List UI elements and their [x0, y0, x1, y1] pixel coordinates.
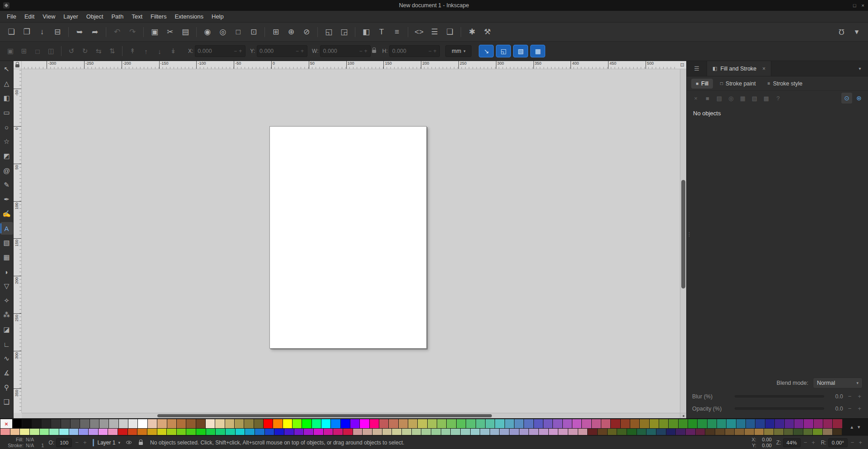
palette-swatch[interactable] — [572, 419, 581, 428]
palette-swatch[interactable] — [717, 419, 726, 428]
palette-scroll-down-button[interactable]: ▾ — [858, 424, 860, 430]
palette-swatch[interactable] — [71, 419, 80, 428]
palette-swatch[interactable] — [500, 429, 509, 435]
fill-rule-nonzero-button[interactable]: ⊛ — [854, 93, 864, 104]
unit-selector[interactable]: mm ▾ — [445, 45, 472, 57]
align-distribute-dialog-button[interactable]: ☰ — [427, 25, 442, 39]
layer-lock-toggle[interactable] — [136, 438, 146, 447]
document-properties-button[interactable]: ❑ — [442, 25, 458, 39]
palette-swatch[interactable] — [646, 429, 656, 435]
select-inverse-button[interactable]: ◫ — [44, 45, 58, 57]
palette-swatch[interactable] — [418, 419, 427, 428]
palette-swatch[interactable] — [137, 429, 147, 435]
palette-swatch[interactable] — [412, 429, 421, 435]
palette-swatch[interactable] — [292, 419, 302, 428]
dialog-menu-button[interactable]: ▾ — [852, 61, 868, 76]
zoom-decrease-button[interactable]: − — [802, 440, 809, 445]
rotate-ccw-button[interactable]: ↺ — [65, 45, 78, 57]
rotation-decrease-button[interactable]: − — [849, 440, 856, 445]
palette-swatch[interactable] — [177, 419, 186, 428]
palette-swatch[interactable] — [784, 429, 793, 435]
rotation-field[interactable]: 0.00° — [828, 438, 848, 447]
palette-swatch[interactable] — [331, 419, 340, 428]
palette-swatch[interactable] — [588, 429, 597, 435]
flip-horizontal-button[interactable]: ⇆ — [92, 45, 105, 57]
select-all-layers-button[interactable]: ⊞ — [17, 45, 31, 57]
palette-swatch[interactable] — [746, 419, 755, 428]
selector-tool[interactable]: ↖ — [0, 63, 13, 76]
palette-swatch[interactable] — [794, 419, 803, 428]
palette-swatch[interactable] — [833, 419, 842, 428]
palette-swatch[interactable] — [823, 429, 832, 435]
pages-tool[interactable]: ❑ — [0, 396, 13, 408]
palette-swatch[interactable] — [79, 429, 88, 435]
pen-tool[interactable]: ✒ — [0, 193, 13, 206]
lpe-tool[interactable]: ∿ — [0, 352, 13, 365]
palette-swatch[interactable] — [495, 419, 504, 428]
palette-swatch[interactable] — [59, 429, 69, 435]
text-dialog-button[interactable]: T — [374, 25, 389, 39]
cut-button[interactable]: ✂ — [162, 25, 178, 39]
palette-swatch[interactable] — [745, 429, 754, 435]
palette-swatch[interactable] — [138, 419, 147, 428]
import-button[interactable]: ➥ — [72, 25, 87, 39]
palette-swatch[interactable] — [51, 419, 60, 428]
palette-swatch[interactable] — [696, 429, 705, 435]
move-patterns-toggle[interactable]: ▦ — [530, 45, 545, 57]
palette-swatch[interactable] — [764, 429, 774, 435]
field-h-input[interactable]: 0.000−+ — [389, 45, 440, 57]
palette-swatch[interactable] — [509, 429, 519, 435]
palette-swatch[interactable] — [392, 429, 401, 435]
field-h-increase-button[interactable]: + — [432, 48, 437, 54]
palette-swatch[interactable] — [736, 419, 745, 428]
opacity-slider[interactable] — [735, 407, 824, 410]
ruler-vertical[interactable]: -50050100150200250300350 — [14, 69, 22, 413]
palette-swatch[interactable] — [353, 429, 363, 435]
box-3d-tool[interactable]: ◩ — [0, 150, 13, 162]
cms-toggle-button[interactable]: ⊡ — [678, 61, 686, 69]
palette-swatch[interactable] — [611, 419, 620, 428]
palette-swatch[interactable] — [814, 419, 823, 428]
palette-swatch[interactable] — [225, 419, 234, 428]
dropper-tool[interactable]: ◗ — [0, 265, 13, 278]
palette-swatch[interactable] — [755, 419, 764, 428]
menu-help[interactable]: Help — [208, 11, 228, 22]
menu-path[interactable]: Path — [107, 11, 127, 22]
palette-swatch[interactable] — [118, 429, 127, 435]
palette-swatch[interactable] — [437, 419, 446, 428]
palette-swatch[interactable] — [428, 419, 437, 428]
palette-swatch[interactable] — [480, 429, 490, 435]
palette-swatch[interactable] — [627, 429, 637, 435]
palette-swatch[interactable] — [22, 419, 31, 428]
palette-swatch[interactable] — [186, 429, 196, 435]
print-button[interactable]: ⊟ — [50, 25, 65, 39]
opacity-increase-button[interactable]: + — [856, 406, 863, 411]
palette-swatch[interactable] — [157, 419, 166, 428]
palette-swatch[interactable] — [558, 429, 568, 435]
palette-swatch[interactable] — [350, 419, 359, 428]
palette-swatch[interactable] — [676, 429, 685, 435]
unlink-clone-button[interactable]: ⊘ — [299, 25, 314, 39]
copy-button[interactable]: ▣ — [147, 25, 162, 39]
palette-swatch[interactable] — [90, 419, 99, 428]
palette-swatch[interactable] — [157, 429, 167, 435]
palette-swatch[interactable] — [226, 429, 235, 435]
fill-stroke-indicator[interactable]: Fill: N/A Stroke: N/A 1 — [5, 437, 44, 449]
palette-swatch[interactable] — [99, 419, 108, 428]
canvas[interactable] — [22, 69, 680, 413]
palette-swatch[interactable] — [578, 429, 588, 435]
palette-swatch[interactable] — [373, 429, 382, 435]
palette-swatch[interactable] — [321, 419, 330, 428]
palette-swatch[interactable] — [688, 419, 697, 428]
palette-swatch[interactable] — [630, 419, 639, 428]
palette-swatch[interactable] — [471, 429, 480, 435]
zoom-drawing-button[interactable]: ◎ — [215, 25, 231, 39]
palette-swatch[interactable] — [389, 419, 398, 428]
palette-swatch[interactable] — [568, 429, 578, 435]
palette-swatch[interactable] — [598, 429, 607, 435]
palette-swatch[interactable] — [370, 419, 379, 428]
palette-swatch[interactable] — [302, 419, 311, 428]
opacity-stepper-decrease[interactable]: − — [74, 440, 80, 445]
field-y-input[interactable]: 0.000−+ — [257, 45, 307, 57]
palette-swatch[interactable] — [399, 419, 408, 428]
